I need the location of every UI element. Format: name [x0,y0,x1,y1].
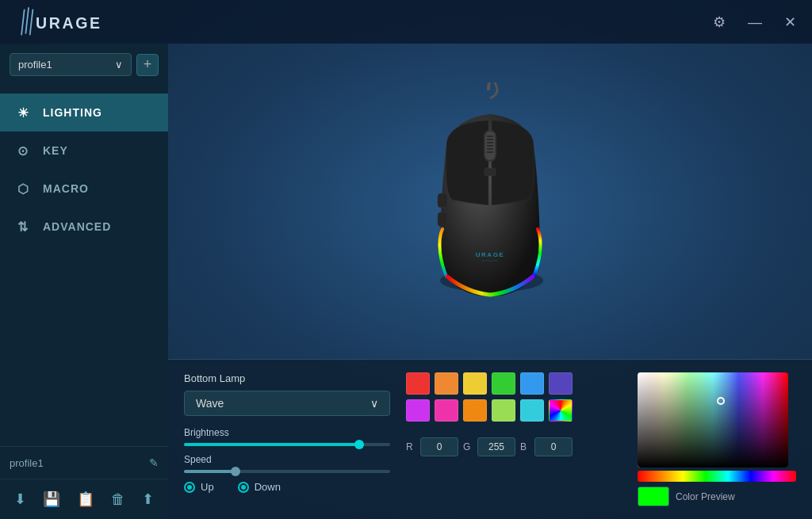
logo-area: URAGE [13,6,108,38]
mouse-image: URAGE [403,82,577,320]
svg-rect-13 [485,168,496,176]
b-label: B [520,441,530,452]
close-button[interactable]: ✕ [781,12,799,32]
speed-section: Speed [184,454,390,473]
color-preview-label: Color Preview [676,491,735,502]
bottom-panel: Bottom Lamp Wave ∨ Brightness Speed [168,359,812,519]
settings-button[interactable]: ⚙ [710,12,729,32]
profile-selector: profile1 ∨ + [10,53,159,76]
color-swatch-blue[interactable] [520,372,544,395]
color-picker-canvas[interactable] [638,372,788,467]
svg-rect-14 [438,193,447,208]
color-preview-row: Color Preview [638,487,796,506]
color-swatch-purple[interactable] [406,399,430,422]
color-swatch-amber[interactable] [463,399,487,422]
sidebar-item-lighting[interactable]: ☀ LIGHTING [0,93,168,132]
sidebar-item-label: KEY [43,144,68,157]
svg-line-1 [21,10,25,34]
r-input[interactable] [420,437,458,456]
color-swatches [406,372,622,422]
main-content: URAGE Bottom Lamp Wave ∨ Brightness Spee… [168,44,812,519]
speed-label: Speed [184,454,390,465]
nav-menu: ☀ LIGHTING ⊙ KEY ⬡ MACRO ⇅ ADVANCED [0,93,168,270]
save-button[interactable]: 💾 [36,487,67,511]
color-swatch-cyan[interactable] [520,399,544,422]
mode-arrow-icon: ∨ [370,397,378,410]
sidebar-item-key[interactable]: ⊙ KEY [0,132,168,170]
color-swatch-pink[interactable] [435,399,458,422]
direction-down-option[interactable]: Down [238,481,281,493]
up-radio[interactable] [184,482,195,493]
black-overlay [638,372,788,467]
delete-button[interactable]: 🗑 [105,488,132,511]
lighting-icon: ☀ [14,104,32,121]
logo-icon: URAGE [13,6,108,38]
direction-down-label: Down [255,481,281,493]
lamp-label: Bottom Lamp [184,372,390,384]
direction-row: Up Down [184,481,390,493]
profile-rename-label: profile1 [10,457,44,469]
panel-left: Bottom Lamp Wave ∨ Brightness Speed [184,372,390,506]
g-input[interactable] [477,437,515,456]
chevron-down-icon: ∨ [115,59,123,71]
advanced-icon: ⇅ [14,218,32,235]
import-button[interactable]: ⬇ [8,487,33,511]
r-label: R [406,441,416,452]
color-swatch-yellow[interactable] [463,372,487,395]
brightness-slider-track[interactable] [184,443,390,446]
svg-text:URAGE: URAGE [476,251,504,258]
svg-rect-15 [438,212,447,227]
down-radio[interactable] [238,482,249,493]
speed-slider-fill [184,470,236,473]
color-swatch-green[interactable] [492,372,515,395]
color-swatch-indigo[interactable] [549,372,573,395]
svg-line-2 [25,7,29,32]
copy-button[interactable]: 📋 [71,487,101,511]
profile-dropdown[interactable]: profile1 ∨ [10,53,132,76]
svg-line-3 [30,10,33,34]
sidebar: profile1 ∨ + ☀ LIGHTING ⊙ KEY ⬡ MACRO ⇅ … [0,44,168,519]
titlebar-controls: ⚙ — ✕ [710,12,799,32]
color-swatch-orange[interactable] [435,372,458,395]
sidebar-item-label: LIGHTING [43,106,102,119]
direction-up-option[interactable]: Up [184,481,214,493]
direction-up-label: Up [201,481,214,493]
color-swatch-rainbow[interactable] [549,399,573,422]
panel-colors: R G B [406,372,622,506]
hue-bar[interactable] [638,471,796,482]
brightness-label: Brightness [184,427,390,438]
sidebar-item-label: ADVANCED [43,220,111,233]
sidebar-item-advanced[interactable]: ⇅ ADVANCED [0,208,168,246]
g-label: G [463,441,473,452]
speed-slider-track[interactable] [184,470,390,473]
key-icon: ⊙ [14,142,32,159]
profile-rename-area: profile1 ✎ [0,446,168,479]
sidebar-bottom-actions: ⬇ 💾 📋 🗑 ⬆ [0,479,168,519]
rename-icon[interactable]: ✎ [149,456,159,469]
color-preview-box [638,487,669,506]
mode-dropdown[interactable]: Wave ∨ [184,391,390,416]
color-swatch-lime[interactable] [492,399,515,422]
brightness-slider-fill [184,443,359,446]
panel-picker: Color Preview [638,372,796,506]
titlebar: URAGE ⚙ — ✕ [0,0,812,44]
add-profile-button[interactable]: + [136,54,159,76]
sidebar-item-label: MACRO [43,182,89,195]
macro-icon: ⬡ [14,180,32,197]
profile-dropdown-value: profile1 [18,59,52,71]
minimize-button[interactable]: — [745,12,765,32]
rgb-inputs: R G B [406,437,622,456]
color-swatch-red[interactable] [406,372,430,395]
sidebar-item-macro[interactable]: ⬡ MACRO [0,170,168,208]
export-button[interactable]: ⬆ [136,487,160,511]
svg-text:URAGE: URAGE [36,14,102,32]
brightness-section: Brightness [184,427,390,446]
mode-label: Wave [196,397,224,410]
b-input[interactable] [534,437,573,456]
mouse-preview: URAGE [168,44,812,359]
